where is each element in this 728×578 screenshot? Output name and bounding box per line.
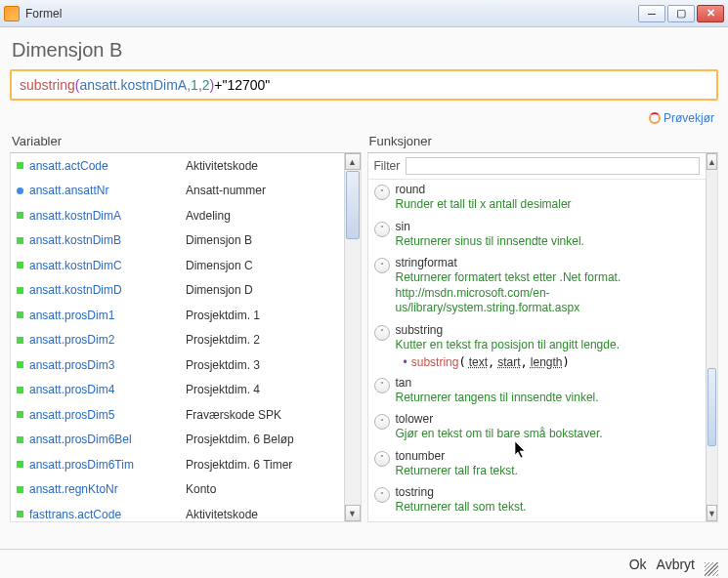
- function-item[interactable]: ˄substringKutter en tekst fra posisjon t…: [368, 320, 707, 373]
- scroll-down-button[interactable]: ▼: [707, 505, 717, 521]
- variable-desc: Dimensjon D: [186, 283, 253, 297]
- minimize-button[interactable]: ─: [638, 5, 665, 22]
- function-title: tonumber: [396, 449, 703, 463]
- variable-desc: Prosjektdim. 6 Beløp: [186, 433, 294, 446]
- maximize-button[interactable]: ▢: [667, 5, 695, 22]
- variable-row[interactable]: ansatt.kostnDimBDimensjon B: [11, 228, 344, 254]
- chevron-down-icon[interactable]: ˅: [374, 451, 390, 467]
- formula-str: "12700": [222, 77, 270, 93]
- function-item[interactable]: ˅sinReturnerer sinus til innsendte vinke…: [368, 217, 707, 254]
- square-icon: [17, 287, 23, 294]
- square-icon: [17, 311, 23, 318]
- formula-arg-num1: 1: [191, 77, 198, 93]
- square-icon: [17, 162, 23, 169]
- variable-desc: Ansatt-nummer: [186, 184, 266, 197]
- variable-row[interactable]: ansatt.prosDim2Prosjektdim. 2: [11, 328, 344, 353]
- variable-desc: Prosjektdim. 2: [186, 333, 260, 347]
- variable-desc: Prosjektdim. 1: [186, 309, 260, 322]
- ok-button[interactable]: Ok: [629, 557, 647, 572]
- variable-name: ansatt.prosDim6Bel: [29, 433, 186, 446]
- filter-input[interactable]: [406, 157, 700, 175]
- function-desc: Kutter en tekst fra posisjon til angitt …: [396, 338, 703, 353]
- chevron-down-icon[interactable]: ˅: [374, 378, 390, 393]
- function-item[interactable]: ˅tonumberReturnerer tall fra tekst.: [368, 446, 707, 483]
- variable-row[interactable]: ansatt.ansattNrAnsatt-nummer: [11, 179, 344, 204]
- chevron-down-icon[interactable]: ˅: [374, 258, 390, 273]
- variable-desc: Fraværskode SPK: [186, 408, 281, 422]
- panels: Variabler ansatt.actCodeAktivitetskodean…: [10, 132, 718, 522]
- chevron-down-icon[interactable]: ˅: [374, 487, 390, 503]
- function-title: sin: [396, 220, 703, 233]
- variable-row[interactable]: ansatt.kostnDimAAvdeling: [11, 203, 344, 228]
- variables-list[interactable]: ansatt.actCodeAktivitetskodeansatt.ansat…: [11, 153, 344, 521]
- scroll-thumb[interactable]: [707, 368, 716, 446]
- function-title: substring: [396, 323, 703, 337]
- function-title: tan: [396, 376, 703, 390]
- chevron-down-icon[interactable]: ˅: [374, 222, 390, 237]
- variables-panel: Variabler ansatt.actCodeAktivitetskodean…: [10, 132, 362, 522]
- function-desc: Returnerer tall som tekst.: [396, 500, 703, 516]
- chevron-down-icon[interactable]: ˅: [374, 414, 390, 430]
- variable-row[interactable]: ansatt.prosDim3Prosjektdim. 3: [11, 352, 344, 378]
- variable-name: ansatt.regnKtoNr: [29, 482, 186, 496]
- variable-name: ansatt.prosDim4: [29, 383, 186, 396]
- refresh-icon: [649, 112, 661, 124]
- variable-row[interactable]: ansatt.prosDim6BelProsjektdim. 6 Beløp: [11, 428, 344, 453]
- scroll-up-button[interactable]: ▲: [707, 153, 717, 170]
- square-icon: [17, 237, 23, 244]
- testrun-link[interactable]: Prøvekjør: [649, 111, 714, 125]
- function-title: stringformat: [396, 256, 703, 269]
- function-desc: Returnerer formatert tekst etter .Net fo…: [396, 270, 703, 316]
- function-item[interactable]: ˅stringformatReturnerer formatert tekst …: [368, 253, 707, 320]
- close-button[interactable]: ✕: [697, 5, 724, 22]
- function-item[interactable]: ˅roundRunder et tall til x antall desima…: [368, 180, 707, 217]
- variable-row[interactable]: ansatt.prosDim4Prosjektdim. 4: [11, 378, 344, 403]
- formula-input[interactable]: substring(ansatt.kostnDimA,1,2)+"12700": [10, 69, 718, 101]
- scroll-thumb[interactable]: [346, 171, 360, 239]
- function-signature: •substring(text,start,length): [396, 355, 703, 369]
- variable-name: ansatt.prosDim3: [29, 358, 186, 372]
- square-icon: [17, 511, 23, 517]
- variable-row[interactable]: ansatt.prosDim1Prosjektdim. 1: [11, 303, 344, 328]
- variable-row[interactable]: ansatt.kostnDimCDimensjon C: [11, 253, 344, 278]
- variable-desc: Prosjektdim. 3: [186, 358, 260, 372]
- window-buttons: ─ ▢ ✕: [638, 5, 724, 22]
- page-title: Dimensjon B: [12, 39, 718, 62]
- variable-row[interactable]: ansatt.actCodeAktivitetskode: [11, 153, 344, 179]
- variable-name: ansatt.ansattNr: [29, 184, 186, 197]
- functions-list[interactable]: ˅roundRunder et tall til x antall desima…: [368, 180, 707, 521]
- variable-desc: Aktivitetskode: [186, 508, 258, 521]
- functions-panel: Funksjoner Filter ˅roundRunder et tall t…: [367, 132, 719, 522]
- function-item[interactable]: ˅tostringReturnerer tall som tekst.: [368, 482, 707, 519]
- window-title: Formel: [25, 7, 62, 21]
- filter-label: Filter: [374, 159, 401, 173]
- function-item[interactable]: ˅tolowerGjør en tekst om til bare små bo…: [368, 409, 707, 446]
- variable-row[interactable]: ansatt.regnKtoNrKonto: [11, 477, 344, 503]
- chevron-down-icon[interactable]: ˅: [374, 185, 390, 200]
- functions-scrollbar[interactable]: ▲ ▼: [706, 153, 717, 521]
- cancel-button[interactable]: Avbryt: [657, 557, 695, 572]
- content-area: Dimensjon B substring(ansatt.kostnDimA,1…: [0, 27, 728, 549]
- formula-arg-text: ansatt.kostnDimA: [79, 77, 187, 93]
- function-desc: Returnerer tall fra tekst.: [396, 464, 703, 479]
- titlebar: Formel ─ ▢ ✕: [0, 0, 728, 27]
- resize-grip[interactable]: [705, 562, 718, 576]
- variables-scrollbar[interactable]: ▲ ▼: [344, 153, 361, 521]
- dot-icon: [17, 187, 23, 194]
- function-item[interactable]: ˅tanReturnerer tangens til innsendte vin…: [368, 373, 707, 410]
- variable-row[interactable]: ansatt.prosDim6TimProsjektdim. 6 Timer: [11, 452, 344, 477]
- variable-row[interactable]: fasttrans.actCodeAktivitetskode: [11, 502, 344, 521]
- variable-name: ansatt.kostnDimC: [29, 259, 186, 272]
- variable-name: ansatt.prosDim6Tim: [29, 458, 186, 472]
- function-item[interactable]: ˅tostringinvariant: [368, 519, 707, 521]
- function-desc: Runder et tall til x antall desimaler: [396, 197, 703, 213]
- variable-name: fasttrans.actCode: [29, 508, 186, 521]
- scroll-down-button[interactable]: ▼: [345, 505, 361, 521]
- variable-desc: Prosjektdim. 6 Timer: [186, 458, 292, 472]
- chevron-up-icon[interactable]: ˄: [374, 325, 390, 341]
- functions-header: Funksjoner: [367, 132, 719, 153]
- scroll-up-button[interactable]: ▲: [345, 153, 361, 170]
- variable-row[interactable]: ansatt.kostnDimDDimensjon D: [11, 278, 344, 304]
- function-desc: Returnerer tangens til innsendte vinkel.: [396, 391, 703, 406]
- variable-row[interactable]: ansatt.prosDim5Fraværskode SPK: [11, 402, 344, 428]
